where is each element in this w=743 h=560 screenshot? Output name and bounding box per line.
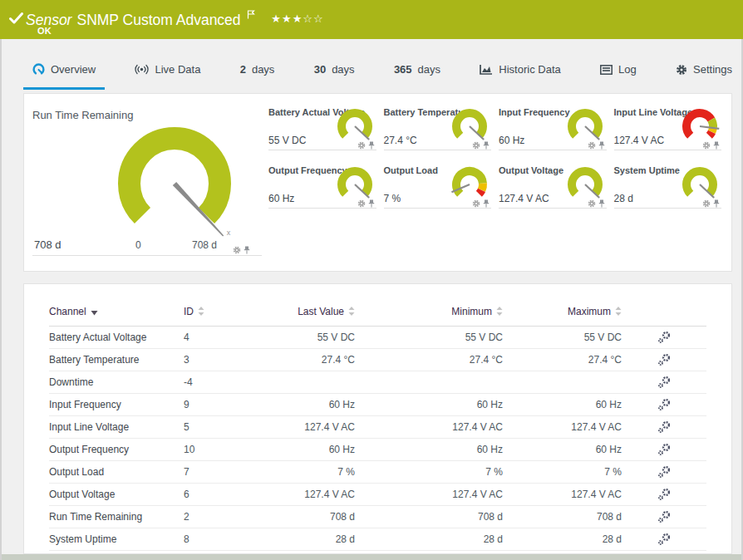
column-header-channel[interactable]: Channel — [49, 306, 184, 327]
pin-icon[interactable] — [483, 138, 490, 153]
tab-overview[interactable]: Overview — [23, 52, 105, 90]
column-label: ID — [184, 306, 194, 317]
star-filled-icon: ★ — [271, 12, 282, 25]
gear-icon[interactable] — [702, 196, 711, 211]
historic-data-icon — [480, 64, 493, 75]
tab-30-days[interactable]: 30days — [305, 52, 364, 90]
channel-name: Battery Temperature — [49, 349, 184, 371]
channel-settings-button[interactable] — [657, 465, 672, 479]
sort-icon — [615, 307, 622, 318]
gear-icon[interactable] — [702, 138, 711, 153]
tab-log[interactable]: Log — [591, 52, 646, 90]
tab-settings[interactable]: Settings — [667, 52, 741, 90]
flag-icon — [247, 6, 255, 23]
minimum-value — [355, 371, 503, 394]
pin-icon[interactable] — [598, 196, 605, 211]
pin-icon[interactable] — [713, 138, 720, 153]
last-value: 28 d — [248, 528, 355, 551]
gear-icon[interactable] — [588, 196, 596, 211]
gear-icon[interactable] — [357, 196, 366, 211]
channel-id: 5 — [184, 416, 248, 439]
status-badge: OK — [37, 26, 52, 36]
tab-number: 365 — [394, 63, 412, 76]
column-header-minimum[interactable]: Minimum — [355, 306, 503, 327]
pin-icon[interactable] — [713, 196, 720, 211]
sort-icon — [348, 307, 355, 318]
minimum-value: 127.4 V AC — [355, 484, 503, 506]
column-header-actions — [622, 306, 706, 327]
column-header-maximum[interactable]: Maximum — [503, 306, 622, 327]
gear-icon[interactable] — [357, 138, 366, 153]
channel-settings-button[interactable] — [657, 376, 672, 389]
gauge-tile-output-voltage: Output Voltage127.4 V AC — [499, 162, 607, 209]
gear-icon[interactable] — [233, 243, 241, 258]
table-body: Battery Actual Voltage455 V DC55 V DC55 … — [49, 327, 706, 551]
run-time-remaining-gauge: x — [87, 111, 263, 238]
table-row: Battery Actual Voltage455 V DC55 V DC55 … — [49, 327, 706, 349]
pin-icon[interactable] — [368, 196, 375, 211]
channel-id: 3 — [184, 349, 248, 371]
table-row: Input Frequency960 Hz60 Hz60 Hz — [49, 394, 706, 416]
channel-settings-button[interactable] — [657, 420, 672, 434]
channel-id: 9 — [184, 394, 248, 416]
minimum-value: 127.4 V AC — [355, 416, 503, 439]
priority-stars[interactable]: ★★★☆☆ — [271, 12, 323, 25]
gear-icon[interactable] — [472, 196, 480, 211]
column-header-id[interactable]: ID — [184, 306, 248, 327]
star-empty-icon: ☆ — [303, 12, 313, 25]
channel-settings-button[interactable] — [657, 443, 672, 456]
maximum-value: 27.4 °C — [503, 349, 622, 371]
row-actions-cell — [622, 484, 706, 506]
channel-settings-button[interactable] — [657, 533, 672, 546]
table-row: Run Time Remaining2708 d708 d708 d — [49, 506, 706, 528]
ok-check-icon — [9, 12, 23, 27]
tab-live-data[interactable]: Live Data — [125, 52, 209, 90]
gauge-tile-output-frequency: Output Frequency60 Hz — [268, 162, 376, 209]
column-label: Minimum — [451, 306, 492, 317]
gauge-value: 60 Hz — [268, 193, 294, 204]
row-actions-cell — [622, 327, 706, 349]
pin-icon[interactable] — [244, 243, 250, 258]
channel-settings-button[interactable] — [657, 510, 672, 523]
row-actions-cell — [622, 506, 706, 528]
channel-settings-button[interactable] — [657, 353, 672, 366]
last-value: 127.4 V AC — [248, 484, 355, 506]
channel-id: 4 — [184, 327, 248, 349]
pin-icon[interactable] — [598, 138, 605, 153]
minimum-value: 60 Hz — [355, 439, 503, 461]
channel-settings-button[interactable] — [657, 331, 672, 344]
tab-number: 30 — [314, 63, 326, 76]
row-actions-cell — [622, 461, 706, 484]
table-row: System Uptime828 d28 d28 d — [49, 528, 706, 551]
gear-icon[interactable] — [588, 138, 596, 153]
column-label: Maximum — [568, 306, 611, 317]
maximum-value: 127.4 V AC — [503, 484, 622, 506]
maximum-value: 28 d — [503, 528, 622, 551]
channel-id: 7 — [184, 461, 248, 484]
tab-2-days[interactable]: 2days — [231, 52, 284, 90]
pin-icon[interactable] — [483, 196, 490, 211]
star-empty-icon: ☆ — [313, 12, 324, 25]
tab-label: days — [252, 63, 274, 76]
channel-name: Output Load — [49, 461, 184, 484]
star-filled-icon: ★ — [282, 12, 293, 25]
footer-strip — [2, 554, 741, 560]
last-value: 60 Hz — [248, 394, 355, 416]
minimum-value: 28 d — [355, 528, 503, 551]
pin-icon[interactable] — [368, 138, 375, 153]
channel-settings-button[interactable] — [657, 488, 672, 501]
gauge-tile-input-line-voltage: Input Line Voltage127.4 V AC — [614, 104, 722, 150]
channel-name: Output Frequency — [49, 439, 184, 461]
last-value: 127.4 V AC — [248, 416, 355, 439]
table-row: Downtime-4 — [49, 371, 706, 394]
live-data-icon — [135, 64, 149, 75]
column-header-last-value[interactable]: Last Value — [248, 306, 355, 327]
svg-text:x: x — [227, 228, 231, 237]
channel-settings-button[interactable] — [657, 398, 672, 411]
channel-name: Downtime — [49, 371, 184, 394]
channel-id: -4 — [184, 371, 248, 394]
gear-icon[interactable] — [472, 138, 480, 153]
gauges-panel: Run Time Remaining x 708 d 0 708 d Batte… — [23, 93, 732, 272]
tab-historic-data[interactable]: Historic Data — [470, 52, 569, 90]
tab-365-days[interactable]: 365days — [385, 52, 450, 90]
